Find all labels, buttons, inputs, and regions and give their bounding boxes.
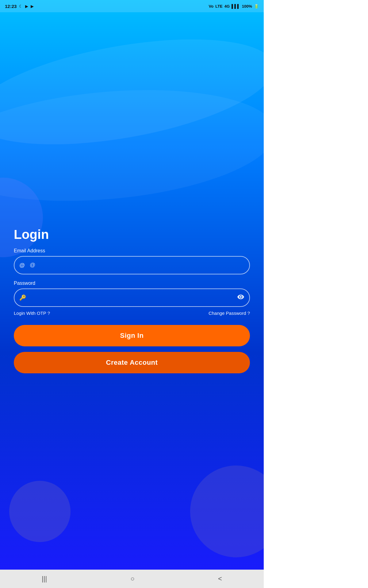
login-with-otp-link[interactable]: Login With OTP ? (14, 311, 50, 316)
email-input-wrapper: @ (14, 256, 250, 274)
status-left: 12:23 ☾ ▶ ▶ (5, 4, 34, 9)
email-label: Email Address (14, 248, 250, 254)
status-time: 12:23 (5, 4, 17, 9)
key-icon: 🔑 (19, 294, 26, 301)
lte-icon: LTE (215, 4, 223, 9)
change-password-link[interactable]: Change Password ? (209, 311, 250, 316)
sign-in-button[interactable]: Sign In (14, 325, 250, 346)
battery-icon: 🔋 (254, 4, 259, 9)
signal-bars-icon: ▌▌▌ (232, 4, 240, 9)
youtube-music-icon: ▶ (25, 4, 28, 9)
home-nav-button[interactable]: ○ (121, 572, 144, 586)
battery-percent: 100% (242, 4, 252, 9)
password-input[interactable] (14, 288, 250, 307)
login-form-container: Login Email Address @ Password 🔑 Login W… (0, 12, 264, 570)
at-icon: @ (19, 262, 25, 268)
signal-icon: 4G (224, 4, 230, 9)
back-nav-button[interactable]: < (209, 572, 231, 586)
status-bar: 12:23 ☾ ▶ ▶ Vo LTE 4G ▌▌▌ 100% 🔋 (0, 0, 264, 12)
bottom-navigation: ||| ○ < (0, 570, 264, 588)
password-input-wrapper: 🔑 (14, 288, 250, 307)
create-account-button[interactable]: Create Account (14, 352, 250, 373)
email-input[interactable] (14, 256, 250, 274)
links-row: Login With OTP ? Change Password ? (14, 311, 250, 316)
sim-icon: Vo (209, 4, 214, 9)
status-right: Vo LTE 4G ▌▌▌ 100% 🔋 (209, 4, 259, 9)
login-title: Login (14, 227, 250, 242)
eye-toggle-icon[interactable] (237, 293, 244, 302)
youtube-icon: ▶ (31, 4, 34, 9)
moon-icon: ☾ (19, 4, 23, 9)
password-label: Password (14, 281, 250, 286)
menu-nav-button[interactable]: ||| (33, 572, 56, 586)
